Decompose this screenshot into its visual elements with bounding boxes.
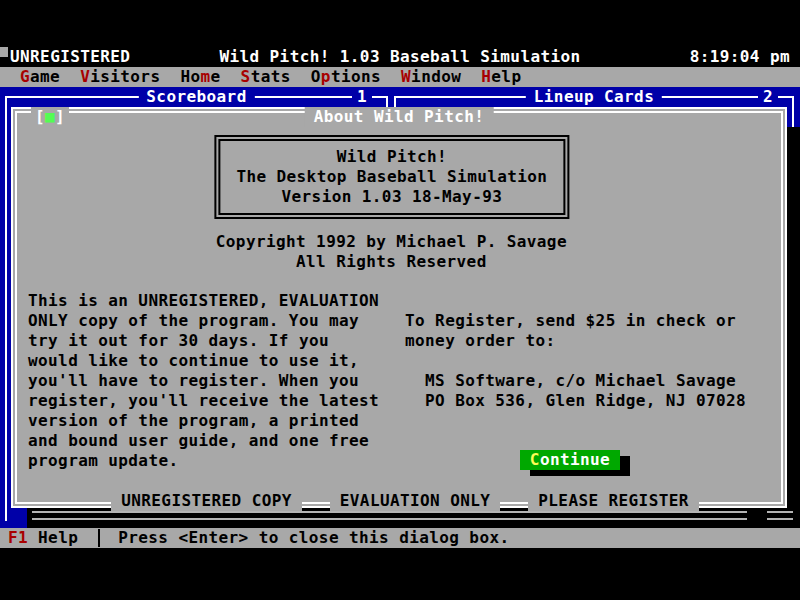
title-bar: UNREGISTERED Wild Pitch! 1.03 Baseball S… [0, 47, 800, 67]
close-icon: ■ [45, 107, 55, 126]
dos-screen: { "colors": { "blue": "#0000A8", "gray":… [0, 0, 800, 600]
menu-item-home[interactable]: Home [180, 67, 220, 87]
window-scoreboard-number: 1 [352, 87, 372, 107]
about-version-box: Wild Pitch! The Desktop Baseball Simulat… [214, 135, 569, 219]
desktop: Scoreboard 1 Lineup Cards 2 [■] About Wi… [0, 87, 800, 528]
window-lineup-cards-number: 2 [758, 87, 778, 107]
menu-bar: Game Visitors Home Stats Options Window … [0, 67, 800, 87]
menu-item-game[interactable]: Game [20, 67, 60, 87]
clock: 8:19:04 pm [690, 47, 790, 67]
dialog-title: About Wild Pitch! [305, 107, 494, 127]
f1-help-key[interactable]: F1 [8, 528, 28, 548]
dialog-footer: UNREGISTERED COPY EVALUATION ONLY PLEASE… [11, 491, 799, 511]
status-bar: F1 Help Press <Enter> to close this dial… [0, 528, 800, 548]
window-lineup-cards-title: Lineup Cards [526, 87, 662, 107]
copyright-text: Copyright 1992 by Michael P. Savage All … [17, 232, 766, 272]
about-dialog: [■] About Wild Pitch! Wild Pitch! The De… [11, 107, 787, 508]
dialog-shadow-right [787, 127, 800, 528]
dialog-shadow-bottom [27, 508, 800, 528]
app-title: Wild Pitch! 1.03 Baseball Simulation [0, 47, 800, 67]
close-button[interactable]: [■] [31, 107, 69, 127]
footer-evaluation-only: EVALUATION ONLY [330, 491, 501, 511]
window-bottom-frame-corner [767, 511, 793, 520]
menu-item-stats[interactable]: Stats [241, 67, 291, 87]
dos-text-screen: UNREGISTERED Wild Pitch! 1.03 Baseball S… [0, 47, 800, 548]
footer-unregistered-copy: UNREGISTERED COPY [111, 491, 302, 511]
f1-help-label[interactable]: Help [38, 528, 78, 548]
continue-button[interactable]: Continue [520, 450, 620, 470]
status-separator [98, 529, 100, 547]
window-bottom-frame [32, 511, 747, 520]
menu-item-help[interactable]: Help [481, 67, 521, 87]
footer-please-register: PLEASE REGISTER [528, 491, 699, 511]
evaluation-notice-text: This is an UNREGISTERED, EVALUATION ONLY… [28, 291, 379, 471]
menu-item-options[interactable]: Options [311, 67, 381, 87]
window-scoreboard-title: Scoreboard [138, 87, 254, 107]
menu-item-visitors[interactable]: Visitors [80, 67, 160, 87]
menu-item-window[interactable]: Window [401, 67, 461, 87]
status-message: Press <Enter> to close this dialog box. [118, 528, 509, 548]
registration-address-text: To Register, send $25 in check or money … [405, 311, 746, 411]
